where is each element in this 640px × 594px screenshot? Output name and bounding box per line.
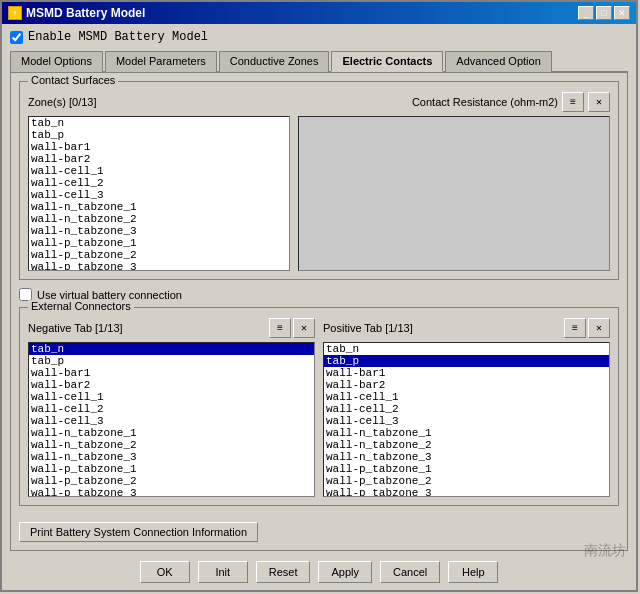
tab-content: Contact Surfaces Zone(s) [0/13] Contact … — [10, 73, 628, 551]
list-item[interactable]: wall-n_tabzone_2 — [324, 439, 609, 451]
positive-tab-label: Positive Tab [1/13] — [323, 322, 413, 334]
list-item[interactable]: wall-cell_2 — [29, 403, 314, 415]
negative-tab-panel: Negative Tab [1/13] ≡ ✕ tab_ntab_pwall-b… — [28, 318, 315, 497]
external-connectors-title: External Connectors — [28, 300, 134, 312]
list-item[interactable]: wall-n_tabzone_2 — [29, 213, 289, 225]
minimize-button[interactable]: _ — [578, 6, 594, 20]
external-connectors-group: External Connectors Negative Tab [1/13] … — [19, 307, 619, 506]
tab-conductive-zones[interactable]: Conductive Zones — [219, 51, 330, 72]
zone-deselect-btn[interactable]: ✕ — [588, 92, 610, 112]
negative-deselect-btn[interactable]: ✕ — [293, 318, 315, 338]
close-button[interactable]: ✕ — [614, 6, 630, 20]
init-button[interactable]: Init — [198, 561, 248, 583]
tab-electric-contacts[interactable]: Electric Contacts — [331, 51, 443, 72]
list-item[interactable]: tab_n — [29, 117, 289, 129]
list-item[interactable]: wall-bar1 — [324, 367, 609, 379]
list-item[interactable]: wall-n_tabzone_1 — [324, 427, 609, 439]
list-item[interactable]: wall-n_tabzone_1 — [29, 201, 289, 213]
zone-list-panel: tab_ntab_pwall-bar1wall-bar2wall-cell_1w… — [28, 116, 290, 271]
list-item[interactable]: wall-p_tabzone_2 — [29, 249, 289, 261]
cancel-button[interactable]: Cancel — [380, 561, 440, 583]
list-item[interactable]: wall-p_tabzone_3 — [324, 487, 609, 497]
print-battery-button[interactable]: Print Battery System Connection Informat… — [19, 522, 258, 542]
enable-msmd-checkbox[interactable] — [10, 31, 23, 44]
resistance-area — [298, 116, 610, 271]
tabs-bar: Model Options Model Parameters Conductiv… — [10, 50, 628, 73]
title-buttons: _ □ ✕ — [578, 6, 630, 20]
negative-tab-header: Negative Tab [1/13] ≡ ✕ — [28, 318, 315, 338]
positive-select-all-btn[interactable]: ≡ — [564, 318, 586, 338]
zone-label: Zone(s) [0/13] — [28, 96, 96, 108]
window-icon: ⚡ — [8, 6, 22, 20]
list-item[interactable]: wall-n_tabzone_2 — [29, 439, 314, 451]
list-item[interactable]: tab_n — [29, 343, 314, 355]
list-item[interactable]: tab_p — [29, 129, 289, 141]
list-item[interactable]: wall-bar1 — [29, 367, 314, 379]
apply-button[interactable]: Apply — [318, 561, 372, 583]
virtual-battery-label: Use virtual battery connection — [37, 289, 182, 301]
list-item[interactable]: wall-p_tabzone_1 — [29, 237, 289, 249]
contact-split-panel: tab_ntab_pwall-bar1wall-bar2wall-cell_1w… — [28, 116, 610, 271]
tab-model-options[interactable]: Model Options — [10, 51, 103, 72]
list-item[interactable]: wall-cell_2 — [29, 177, 289, 189]
list-item[interactable]: tab_p — [324, 355, 609, 367]
enable-msmd-label: Enable MSMD Battery Model — [28, 30, 208, 44]
main-window: ⚡ MSMD Battery Model _ □ ✕ Enable MSMD B… — [0, 0, 638, 592]
list-item[interactable]: wall-n_tabzone_3 — [29, 451, 314, 463]
zone-select-all-btn[interactable]: ≡ — [562, 92, 584, 112]
title-bar-left: ⚡ MSMD Battery Model — [8, 6, 145, 20]
maximize-button[interactable]: □ — [596, 6, 612, 20]
positive-tab-header: Positive Tab [1/13] ≡ ✕ — [323, 318, 610, 338]
window-title: MSMD Battery Model — [26, 6, 145, 20]
list-item[interactable]: wall-cell_3 — [29, 189, 289, 201]
list-item[interactable]: wall-cell_1 — [324, 391, 609, 403]
resistance-panel — [298, 116, 610, 271]
ok-button[interactable]: OK — [140, 561, 190, 583]
window-content: Enable MSMD Battery Model Model Options … — [2, 24, 636, 594]
title-bar: ⚡ MSMD Battery Model _ □ ✕ — [2, 2, 636, 24]
list-item[interactable]: wall-p_tabzone_2 — [324, 475, 609, 487]
list-item[interactable]: wall-p_tabzone_2 — [29, 475, 314, 487]
list-item[interactable]: wall-bar1 — [29, 141, 289, 153]
list-item[interactable]: wall-p_tabzone_3 — [29, 261, 289, 271]
list-item[interactable]: wall-bar2 — [324, 379, 609, 391]
zone-header: Zone(s) [0/13] Contact Resistance (ohm-m… — [28, 92, 610, 112]
list-item[interactable]: wall-n_tabzone_1 — [29, 427, 314, 439]
list-item[interactable]: wall-n_tabzone_3 — [324, 451, 609, 463]
list-item[interactable]: wall-bar2 — [29, 379, 314, 391]
list-item[interactable]: wall-cell_1 — [29, 165, 289, 177]
tab-advanced-option[interactable]: Advanced Option — [445, 51, 551, 72]
contact-surfaces-title: Contact Surfaces — [28, 74, 118, 86]
positive-tab-controls: ≡ ✕ — [564, 318, 610, 338]
contact-surfaces-group: Contact Surfaces Zone(s) [0/13] Contact … — [19, 81, 619, 280]
list-item[interactable]: wall-p_tabzone_3 — [29, 487, 314, 497]
zone-controls: Contact Resistance (ohm-m2) ≡ ✕ — [408, 92, 610, 112]
list-item[interactable]: tab_n — [324, 343, 609, 355]
negative-tab-label: Negative Tab [1/13] — [28, 322, 123, 334]
resistance-label: Contact Resistance (ohm-m2) — [412, 96, 558, 108]
zone-listbox[interactable]: tab_ntab_pwall-bar1wall-bar2wall-cell_1w… — [28, 116, 290, 271]
list-item[interactable]: wall-cell_1 — [29, 391, 314, 403]
list-item[interactable]: wall-cell_2 — [324, 403, 609, 415]
list-item[interactable]: wall-p_tabzone_1 — [324, 463, 609, 475]
list-item[interactable]: wall-bar2 — [29, 153, 289, 165]
bottom-buttons: OK Init Reset Apply Cancel Help — [10, 551, 628, 589]
positive-tab-listbox[interactable]: tab_ntab_pwall-bar1wall-bar2wall-cell_1w… — [323, 342, 610, 497]
connectors-two-panel: Negative Tab [1/13] ≡ ✕ tab_ntab_pwall-b… — [28, 318, 610, 497]
watermark: 南流坊 — [584, 542, 626, 560]
positive-deselect-btn[interactable]: ✕ — [588, 318, 610, 338]
list-item[interactable]: wall-cell_3 — [324, 415, 609, 427]
negative-tab-controls: ≡ ✕ — [269, 318, 315, 338]
list-item[interactable]: wall-p_tabzone_1 — [29, 463, 314, 475]
tab-model-parameters[interactable]: Model Parameters — [105, 51, 217, 72]
list-item[interactable]: wall-n_tabzone_3 — [29, 225, 289, 237]
positive-tab-panel: Positive Tab [1/13] ≡ ✕ tab_ntab_pwall-b… — [323, 318, 610, 497]
list-item[interactable]: wall-cell_3 — [29, 415, 314, 427]
reset-button[interactable]: Reset — [256, 561, 311, 583]
list-item[interactable]: tab_p — [29, 355, 314, 367]
negative-tab-listbox[interactable]: tab_ntab_pwall-bar1wall-bar2wall-cell_1w… — [28, 342, 315, 497]
enable-checkbox-row: Enable MSMD Battery Model — [10, 30, 628, 44]
negative-select-all-btn[interactable]: ≡ — [269, 318, 291, 338]
help-button[interactable]: Help — [448, 561, 498, 583]
